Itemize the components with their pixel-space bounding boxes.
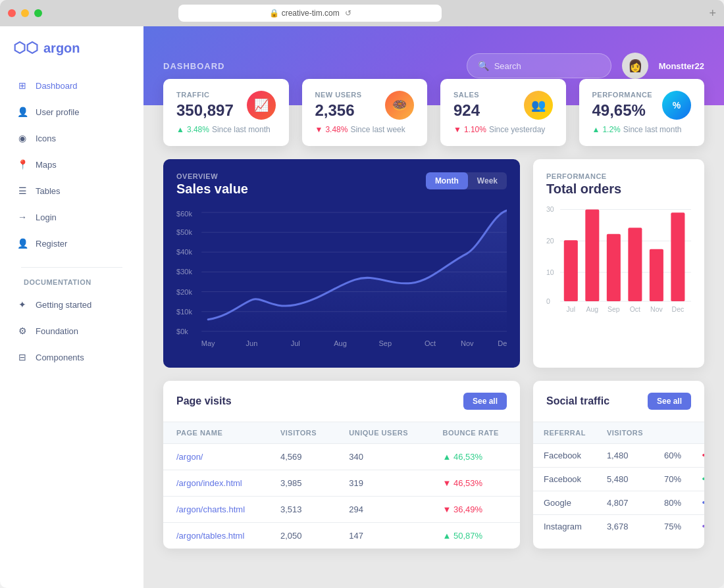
refresh-icon[interactable]: ↺ <box>345 9 351 18</box>
stat-change-sales: ▼ 1.10% Since yesterday <box>453 125 553 134</box>
chart-card-header: OVERVIEW Sales value Month Week <box>176 172 507 197</box>
dashboard-icon: ⊞ <box>16 79 29 92</box>
progress-bar-fill <box>702 525 704 527</box>
table-row: /argon/charts.html 3,513 294 ▼ 36,49% <box>163 496 520 522</box>
stats-row: TRAFFIC 350,897 📈 ▲ 3.48% Since last mon… <box>143 79 724 146</box>
user-icon: 👤 <box>16 105 29 118</box>
week-toggle-button[interactable]: Week <box>468 172 507 189</box>
svg-text:Sep: Sep <box>608 305 620 313</box>
visitors-cell: 5,480 <box>596 467 654 491</box>
col-visitors: VISITORS <box>596 422 654 444</box>
stat-label-traffic: TRAFFIC 350,897 <box>176 91 234 122</box>
stat-icon-performance: % <box>662 91 691 120</box>
svg-text:$0k: $0k <box>176 328 188 335</box>
sidebar-item-getting-started[interactable]: ✦ Getting started <box>8 291 136 318</box>
sidebar-item-dashboard[interactable]: ⊞ Dashboard <box>8 72 136 99</box>
sidebar-item-login[interactable]: → Login <box>8 204 136 230</box>
svg-text:$10k: $10k <box>176 308 192 316</box>
sidebar-item-maps[interactable]: 📍 Maps <box>8 151 136 178</box>
social-traffic-header: Social traffic See all <box>533 381 704 422</box>
progress-bar-fill <box>702 454 704 456</box>
page-visits-table: PAGE NAME VISITORS UNIQUE USERS BOUNCE R… <box>163 422 520 549</box>
chart-title-block: OVERVIEW Sales value <box>176 172 248 197</box>
logo: ⬡⬡ argon <box>0 39 143 72</box>
login-icon: → <box>16 210 29 224</box>
close-dot[interactable] <box>8 9 16 17</box>
sales-chart-card: OVERVIEW Sales value Month Week $60k <box>163 159 520 368</box>
main-content: DASHBOARD 🔍 Search 👩 Monstter22 <box>143 26 724 588</box>
svg-text:Jul: Jul <box>291 339 300 347</box>
register-icon: 👤 <box>16 237 29 250</box>
sidebar: ⬡⬡ argon ⊞ Dashboard 👤 User profile ◉ Ic… <box>0 26 143 588</box>
month-toggle-button[interactable]: Month <box>426 172 468 189</box>
avatar[interactable]: 👩 <box>622 53 648 79</box>
sidebar-label-foundation: Foundation <box>36 326 78 336</box>
stat-card-new-users: NEW USERS 2,356 🍩 ▼ 3.48% Since last wee… <box>302 79 428 146</box>
sidebar-label-icons: Icons <box>36 134 56 143</box>
social-traffic-title: Social traffic <box>546 395 609 407</box>
url-text: creative-tim.com <box>282 9 340 18</box>
progress-bar-wrap <box>702 525 704 527</box>
orders-chart-card: PERFORMANCE Total orders 30 20 10 0 <box>533 159 704 368</box>
page-name-cell: /argon/charts.html <box>163 496 267 522</box>
svg-text:$60k: $60k <box>176 210 192 218</box>
social-traffic-see-all-button[interactable]: See all <box>648 393 691 410</box>
svg-rect-30 <box>564 240 578 301</box>
svg-rect-34 <box>650 249 663 301</box>
page-visits-title: Page visits <box>176 395 232 407</box>
chart-toggle: Month Week <box>426 172 507 189</box>
orders-bar-chart: 30 20 10 0 <box>546 202 691 328</box>
lock-icon: 🔒 <box>269 9 279 18</box>
sidebar-item-icons[interactable]: ◉ Icons <box>8 125 136 151</box>
stat-card-performance: PERFORMANCE 49,65% % ▲ 1.2% Since last m… <box>579 79 705 146</box>
pct-cell: 70% <box>654 467 692 491</box>
maximize-dot[interactable] <box>34 9 42 17</box>
svg-text:$20k: $20k <box>176 288 192 296</box>
stat-header-performance: PERFORMANCE 49,65% % <box>592 91 692 122</box>
minimize-dot[interactable] <box>21 9 29 17</box>
orders-title: Total orders <box>546 182 691 197</box>
avatar-emoji: 👩 <box>628 59 642 73</box>
up-arrow-icon-perf: ▲ <box>592 125 600 134</box>
sidebar-label-register: Register <box>36 239 67 249</box>
svg-rect-33 <box>628 228 642 301</box>
progress-bar-fill <box>702 478 704 480</box>
sidebar-item-foundation[interactable]: ⚙ Foundation <box>8 318 136 344</box>
sidebar-item-tables[interactable]: ☰ Tables <box>8 178 136 204</box>
page-name-cell: /argon/ <box>163 443 267 470</box>
sidebar-item-user-profile[interactable]: 👤 User profile <box>8 99 136 125</box>
down-arrow-icon: ▼ <box>315 125 323 134</box>
page-visits-see-all-button[interactable]: See all <box>463 393 507 410</box>
header-title: DASHBOARD <box>163 61 225 71</box>
icons-icon: ◉ <box>16 132 29 145</box>
stat-icon-traffic: 📈 <box>247 91 276 120</box>
progress-bar-wrap <box>702 478 704 480</box>
svg-rect-31 <box>585 209 599 301</box>
app-container: ⬡⬡ argon ⊞ Dashboard 👤 User profile ◉ Ic… <box>0 26 724 588</box>
sidebar-item-components[interactable]: ⊟ Components <box>8 344 136 370</box>
referral-cell: Instagram <box>533 514 596 538</box>
sidebar-label-dashboard: Dashboard <box>36 81 78 91</box>
pct-cell: 80% <box>654 491 692 514</box>
sidebar-label-login: Login <box>36 212 57 222</box>
svg-text:Aug: Aug <box>586 305 598 313</box>
stat-icon-new-users: 🍩 <box>385 91 414 120</box>
search-box[interactable]: 🔍 Search <box>467 53 611 78</box>
sidebar-label-getting-started: Getting started <box>36 300 91 310</box>
svg-text:$30k: $30k <box>176 268 192 276</box>
unique-users-cell: 340 <box>336 443 429 470</box>
sidebar-label-user-profile: User profile <box>36 107 79 117</box>
sidebar-item-register[interactable]: 👤 Register <box>8 230 136 257</box>
svg-text:Sep: Sep <box>378 339 392 347</box>
progress-bar-wrap <box>702 454 704 456</box>
chart-title: Sales value <box>176 182 248 197</box>
bounce-rate-cell: ▼ 36,49% <box>430 496 520 522</box>
col-bounce-rate: BOUNCE RATE <box>430 422 520 444</box>
logo-text: argon <box>43 41 80 56</box>
new-tab-button[interactable]: + <box>709 7 716 20</box>
search-placeholder: Search <box>494 61 521 71</box>
sales-line-chart: $60k $50k $40k $30k $20k $10k $0k <box>176 207 507 353</box>
url-bar[interactable]: 🔒 creative-tim.com ↺ <box>178 5 442 22</box>
orders-label: PERFORMANCE <box>546 172 691 180</box>
visitors-cell: 3,678 <box>596 514 654 538</box>
